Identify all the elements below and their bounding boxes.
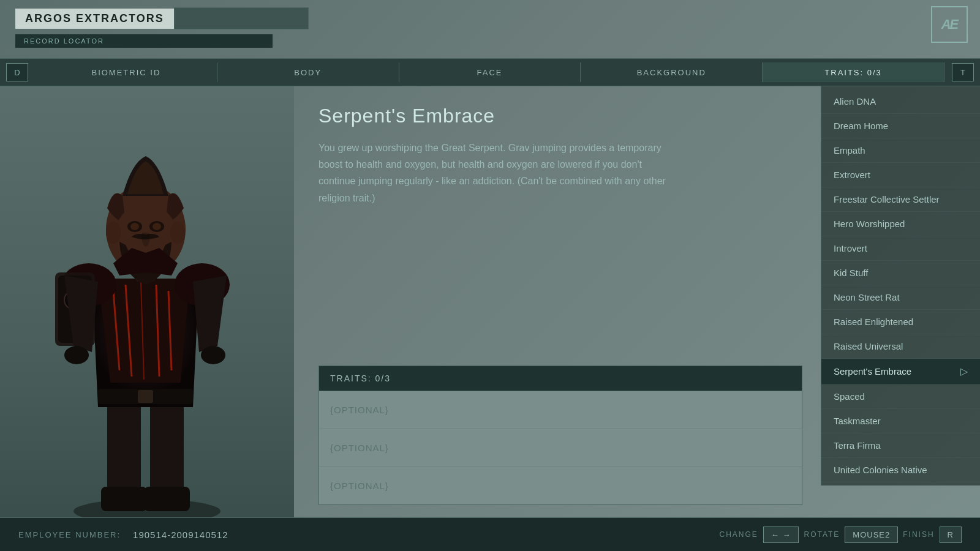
- main-content: Serpent's Embrace You grew up worshiping…: [0, 86, 980, 517]
- finish-btn[interactable]: R: [940, 527, 962, 543]
- svg-rect-4: [144, 487, 190, 511]
- trait-list-item-name: Freestar Collective Settler: [834, 194, 940, 204]
- trait-list-item-name: Raised Universal: [834, 341, 903, 351]
- finish-btn-text: R: [948, 530, 954, 539]
- title-bar-line: [174, 7, 309, 29]
- character-area: [0, 86, 294, 517]
- svg-point-12: [201, 346, 225, 364]
- tab-biometric-id[interactable]: BIOMETRIC ID: [36, 62, 217, 82]
- title-bar: ARGOS EXTRACTORS: [15, 7, 309, 29]
- trait-list-item[interactable]: Raised Universal: [821, 334, 980, 359]
- trait-detail-title: Serpent's Embrace: [318, 105, 802, 127]
- trait-list-item[interactable]: Freestar Collective Settler: [821, 187, 980, 212]
- trait-list-item[interactable]: Neon Street Rat: [821, 285, 980, 310]
- change-label: CHANGE: [720, 530, 758, 539]
- svg-point-21: [170, 222, 185, 244]
- trait-list-item-name: Extrovert: [834, 170, 870, 180]
- trait-list-item-name: Introvert: [834, 243, 867, 253]
- trait-list-item[interactable]: United Colonies Native: [821, 458, 980, 482]
- trait-list-item[interactable]: Spaced: [821, 384, 980, 409]
- trait-list-item-name: Hero Worshipped: [834, 219, 905, 229]
- trait-detail-description: You grew up worshiping the Great Serpent…: [318, 140, 674, 206]
- traits-header: TRAITS: 0/3: [319, 366, 802, 391]
- trait-list-item-name: Alien DNA: [834, 96, 876, 107]
- change-btn[interactable]: ← →: [763, 527, 799, 543]
- trait-list-item-name: Terra Firma: [834, 440, 881, 451]
- trait-list-item[interactable]: Kid Stuff: [821, 261, 980, 285]
- header: ARGOS EXTRACTORS RECORD LOCATOR AE: [0, 0, 980, 55]
- nav-tabs: D BIOMETRIC ID BODY FACE BACKGROUND TRAI…: [0, 58, 980, 86]
- ae-logo: AE: [931, 6, 968, 43]
- trait-list-item[interactable]: Raised Enlightened: [821, 310, 980, 334]
- rotate-btn-text: MOUSE2: [853, 530, 890, 539]
- subtitle-bar: RECORD LOCATOR: [15, 34, 273, 48]
- trait-slot-3[interactable]: {OPTIONAL}: [319, 467, 802, 504]
- svg-point-11: [64, 346, 89, 364]
- tab-background[interactable]: BACKGROUND: [581, 62, 763, 82]
- change-btn-arrows: ← →: [771, 530, 791, 539]
- tab-face[interactable]: FACE: [399, 62, 581, 82]
- trait-slot-1[interactable]: {OPTIONAL}: [319, 391, 802, 429]
- trait-list-item[interactable]: Introvert: [821, 236, 980, 261]
- employee-number: 190514-2009140512: [133, 530, 228, 540]
- trait-list-item[interactable]: Hero Worshipped: [821, 212, 980, 236]
- trait-list-item-name: Neon Street Rat: [834, 292, 900, 302]
- trait-list-item[interactable]: Extrovert: [821, 163, 980, 187]
- trait-list-wrapper: Alien DNADream HomeEmpathExtrovertFreest…: [821, 86, 980, 517]
- character-portrait: [0, 86, 294, 517]
- trait-selected-arrow: ▷: [960, 365, 968, 377]
- nav-left-btn[interactable]: D: [6, 63, 28, 81]
- rotate-label: ROTATE: [804, 530, 840, 539]
- company-title: ARGOS EXTRACTORS: [15, 9, 174, 29]
- svg-point-18: [130, 223, 139, 230]
- character-svg: [18, 101, 276, 517]
- trait-list-item-name: Raised Enlightened: [834, 317, 913, 327]
- trait-slot-2[interactable]: {OPTIONAL}: [319, 429, 802, 467]
- trait-list-item-name: Empath: [834, 145, 865, 156]
- info-panel: Serpent's Embrace You grew up worshiping…: [294, 86, 821, 517]
- svg-rect-23: [138, 390, 153, 403]
- traits-container: TRAITS: 0/3 {OPTIONAL} {OPTIONAL} {OPTIO…: [318, 365, 802, 505]
- trait-list-item[interactable]: Serpent's Embrace▷: [821, 359, 980, 384]
- tab-traits[interactable]: TRAITS: 0/3: [763, 62, 944, 82]
- svg-point-19: [153, 223, 161, 230]
- screen: ARGOS EXTRACTORS RECORD LOCATOR AE D BIO…: [0, 0, 980, 551]
- trait-list-item[interactable]: Dream Home: [821, 114, 980, 138]
- trait-list-item[interactable]: Empath: [821, 138, 980, 163]
- trait-list-item-name: Taskmaster: [834, 416, 881, 426]
- bottom-controls: CHANGE ← → ROTATE MOUSE2 FINISH R: [720, 527, 962, 543]
- finish-label: FINISH: [903, 530, 934, 539]
- trait-list-item[interactable]: Taskmaster: [821, 409, 980, 433]
- bottom-bar: EMPLOYEE NUMBER: 190514-2009140512 CHANG…: [0, 517, 980, 551]
- svg-point-20: [106, 222, 121, 244]
- trait-list-item-name: Serpent's Embrace: [834, 366, 911, 377]
- employee-label: EMPLOYEE NUMBER:: [18, 530, 121, 539]
- trait-list-item-name: Kid Stuff: [834, 268, 868, 278]
- trait-list-item[interactable]: Alien DNA: [821, 89, 980, 114]
- trait-list-item-name: Spaced: [834, 391, 865, 402]
- svg-rect-3: [101, 487, 147, 511]
- rotate-btn[interactable]: MOUSE2: [845, 527, 898, 543]
- trait-list-item-name: Dream Home: [834, 121, 888, 131]
- trait-list-item[interactable]: Terra Firma: [821, 433, 980, 458]
- tab-body[interactable]: BODY: [217, 62, 399, 82]
- trait-list[interactable]: Alien DNADream HomeEmpathExtrovertFreest…: [821, 86, 980, 485]
- nav-right-btn[interactable]: T: [952, 63, 974, 81]
- trait-list-item-name: United Colonies Native: [834, 465, 927, 475]
